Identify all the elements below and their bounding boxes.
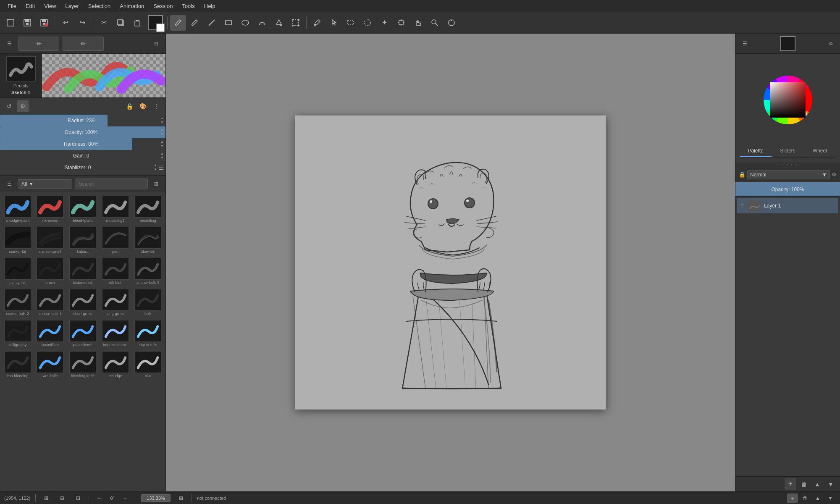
tool-save[interactable] — [19, 15, 35, 31]
brush-modelling[interactable]: modelling — [132, 194, 164, 224]
brush-slow-ink[interactable]: slow-ink — [132, 225, 164, 255]
tool-selection-lasso[interactable] — [360, 15, 375, 31]
brush-tab-erase[interactable]: ✏ — [63, 37, 103, 51]
layer-delete-btn[interactable]: 🗑 — [798, 478, 810, 490]
tool-select[interactable] — [3, 15, 18, 31]
tool-zoom[interactable] — [427, 15, 443, 31]
brush-short-grass[interactable]: short-grass — [67, 287, 99, 318]
menu-help[interactable]: Help — [200, 1, 220, 11]
brush-puantilism[interactable]: puantilism — [34, 318, 66, 349]
gain-arrows[interactable]: ▲▼ — [160, 152, 164, 160]
layer-up-btn[interactable]: ▲ — [811, 478, 823, 490]
brush-marker-small[interactable]: marker-small — [34, 225, 66, 255]
color-tab-palette[interactable]: Palette — [740, 145, 772, 157]
menu-file[interactable]: File — [3, 1, 21, 11]
tool-save2[interactable] — [36, 15, 52, 31]
menu-edit[interactable]: Edit — [21, 1, 39, 11]
brush-bulk[interactable]: bulk — [132, 287, 164, 318]
brush-tab-paint[interactable]: ✏ — [18, 37, 59, 51]
brush-ink-eraser[interactable]: ink-eraser — [34, 194, 66, 224]
tool-transform[interactable] — [288, 15, 304, 31]
brush-pointy-ink[interactable]: pointy-ink — [2, 256, 34, 286]
stabilizer-menu-btn[interactable]: ☰ — [159, 165, 164, 171]
opacity-arrows[interactable]: ▲▼ — [160, 128, 164, 136]
brush-calligraphy[interactable]: calligraphy — [2, 318, 34, 349]
brush-pen[interactable]: pen — [100, 225, 131, 255]
brush-imp-details[interactable]: imp-details — [132, 318, 164, 349]
hardness-slider[interactable]: Hardness: 80% ▲▼ — [0, 138, 165, 150]
rp-settings-btn[interactable]: ⚙ — [825, 38, 837, 50]
tool-eyedrop[interactable] — [309, 15, 325, 31]
menu-tools[interactable]: Tools — [178, 1, 199, 11]
brush-panel-settings[interactable]: ⊟ — [150, 38, 162, 50]
brush-more-btn[interactable]: ⋮ — [150, 100, 162, 112]
layer-down-btn[interactable]: ▼ — [825, 478, 837, 490]
bottom-btn3[interactable]: ⊡ — [73, 494, 84, 503]
add-layer-btn[interactable]: + — [785, 478, 796, 490]
brush-impressionism[interactable]: impressionism — [100, 318, 131, 349]
zoom-input[interactable] — [141, 494, 171, 502]
brush-options-btn[interactable]: ☰ — [3, 38, 15, 50]
bottom-del-layer-btn[interactable]: 🗑 — [800, 494, 811, 503]
brush-blending-knife[interactable]: blending-knife — [67, 349, 99, 380]
radius-slider[interactable]: Radius: 239 ▲▼ — [0, 115, 165, 126]
tool-curve[interactable] — [254, 15, 270, 31]
menu-selection[interactable]: Selection — [84, 1, 115, 11]
foreground-color[interactable] — [148, 15, 163, 30]
brush-coarse-bulk-2[interactable]: coarse-bulk-2 — [2, 287, 34, 318]
bottom-up-btn[interactable]: ▲ — [812, 494, 823, 503]
bottom-zoom-out[interactable]: ← — [94, 494, 105, 503]
rp-menu-btn[interactable]: ☰ — [739, 38, 751, 50]
canvas-area[interactable] — [166, 34, 735, 491]
tool-copy[interactable] — [113, 15, 129, 31]
brush-color-btn[interactable]: 🎨 — [137, 100, 149, 112]
bottom-down-btn[interactable]: ▼ — [825, 494, 836, 503]
brush-smudge[interactable]: smudge — [100, 349, 131, 380]
tool-undo[interactable]: ↩ — [58, 15, 74, 31]
gain-slider[interactable]: Gain: 0 ▲▼ — [0, 150, 165, 162]
opacity-slider[interactable]: Opacity: 100% ▲▼ — [0, 126, 165, 138]
brush-brush[interactable]: brush — [34, 256, 66, 286]
brush-reset-btn[interactable]: ↺ — [3, 100, 15, 112]
brush-blur[interactable]: blur — [132, 349, 164, 380]
menu-animation[interactable]: Animation — [116, 1, 148, 11]
brush-kabura[interactable]: kabura — [67, 225, 99, 255]
drawing-canvas[interactable] — [295, 116, 606, 410]
bottom-zoom-in[interactable]: → — [120, 494, 131, 503]
brush-search-input[interactable] — [75, 178, 148, 189]
menu-session[interactable]: Session — [149, 1, 177, 11]
tool-transform2[interactable] — [393, 15, 409, 31]
tool-hand[interactable] — [410, 15, 426, 31]
brush-preview-thumb[interactable] — [6, 56, 36, 81]
brush-long-grass[interactable]: long-grass — [100, 287, 131, 318]
tool-redo[interactable]: ↪ — [74, 15, 90, 31]
radius-arrows[interactable]: ▲▼ — [160, 116, 164, 124]
brush-marker-fat[interactable]: marker-fat — [2, 225, 34, 255]
brush-list-menu-btn[interactable]: ☰ — [3, 178, 15, 190]
hardness-arrows[interactable]: ▲▼ — [160, 140, 164, 148]
brush-ink-blot[interactable]: ink-blot — [100, 256, 131, 286]
brush-coarse-bulk-3[interactable]: coarse-bulk-3 — [132, 256, 164, 286]
brush-textured-ink[interactable]: textured-ink — [67, 256, 99, 286]
tool-magic-wand[interactable]: ✦ — [376, 15, 392, 31]
stabilizer-arrows[interactable]: ▲▼ — [154, 163, 157, 171]
color-tab-sliders[interactable]: Sliders — [772, 145, 803, 157]
tool-paint[interactable] — [187, 15, 203, 31]
brush-wet-knife[interactable]: wet-knife — [34, 349, 66, 380]
brush-coarse-bulk-1[interactable]: coarse-bulk-1 — [34, 287, 66, 318]
stabilizer-slider[interactable]: Stabilizer: 0 ▲▼ ☰ — [0, 162, 165, 173]
background-color[interactable] — [156, 24, 165, 32]
layer-opacity-row[interactable]: Opacity: 100% — [735, 182, 840, 197]
tool-fill[interactable] — [271, 15, 287, 31]
tool-ellipse[interactable] — [237, 15, 253, 31]
color-wheel[interactable] — [746, 58, 830, 142]
layers-lock-btn[interactable]: 🔒 — [739, 171, 746, 178]
tool-rect[interactable] — [220, 15, 236, 31]
tool-paste[interactable] — [129, 15, 145, 31]
tool-pointer[interactable] — [326, 15, 342, 31]
bottom-btn2[interactable]: ⊟ — [57, 494, 68, 503]
brush-tag-dropdown[interactable]: All ▼ — [18, 179, 72, 189]
tool-rotate[interactable] — [444, 15, 459, 31]
bottom-btn1[interactable]: ⊞ — [41, 494, 52, 503]
color-preview-box[interactable] — [753, 36, 822, 51]
